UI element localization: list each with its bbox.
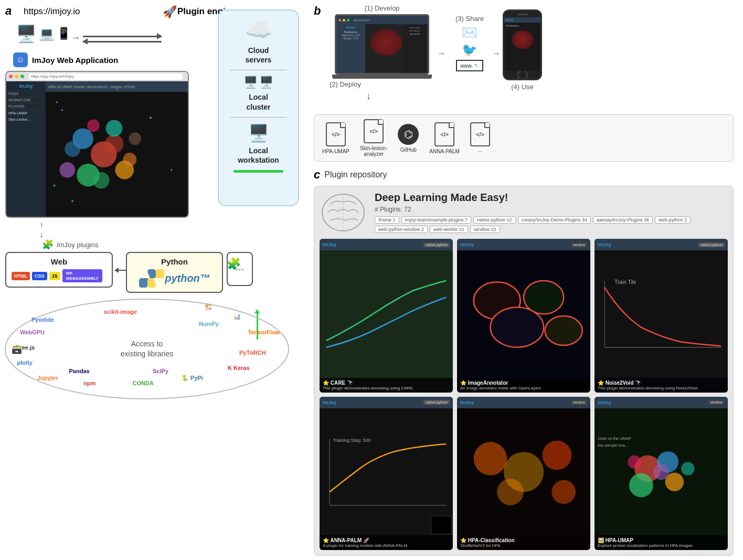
svg-point-7	[123, 153, 136, 166]
js-badge: JS	[49, 272, 60, 280]
step-use: ImJoy Predictions: (4) Use	[503, 9, 542, 91]
card-ann-logo: ImJoy	[460, 242, 474, 247]
brain-graphic	[320, 192, 367, 234]
puzzle-icon: 🧩	[42, 239, 54, 250]
card-annotator: ImJoy window ⭐ ImageAnnotator	[457, 239, 590, 393]
svg-point-42	[628, 455, 641, 468]
svg-point-5	[93, 172, 110, 189]
share-icons: ✉️ 🐦 www. ↖	[456, 25, 483, 71]
rocket-icon: 🚀	[163, 5, 177, 19]
wa-badge: WAWEBASSEMBLY	[62, 269, 102, 282]
card-n2v: ImJoy native-python Train Tile ⭐ N	[595, 239, 728, 393]
phone-bottom	[504, 71, 540, 79]
lib-npm: npm	[83, 380, 95, 386]
svg-point-31	[474, 442, 507, 476]
tablet-icon: 📱	[57, 27, 71, 40]
python-tech-box: Python python™	[126, 252, 223, 293]
card-ann-footer: ⭐ ImageAnnotator An image annotator made…	[457, 378, 590, 393]
phone-bar: ImJoy	[504, 17, 540, 23]
browser-url-bar[interactable]: https://app.imjoy.io/#/imjoy	[29, 73, 183, 80]
lib-jupyter: Jupyter	[37, 375, 58, 381]
step2-label: (2) Deploy	[330, 80, 361, 88]
browser-sidebar: ImJoy FILES WORKFLOW PLUGINS HPA-UMAP Sk…	[6, 81, 46, 217]
anna-icon: </>	[434, 122, 454, 146]
laptop-mockup: app.imjoy.io ImJoy Predictions: Melanoma…	[330, 14, 434, 82]
svg-point-35	[551, 480, 576, 504]
tag-native: native-python 12	[473, 216, 516, 224]
tag-aaesay: aaesay/ImJoy-Plugins 36	[593, 216, 653, 224]
laptop-icon-small: 💻	[39, 26, 55, 41]
card-hpau-footer: 🖼️ HPA-UMAP Explore protein localization…	[595, 535, 728, 550]
max-dot	[20, 75, 24, 78]
lib-pyodide: Pyodide	[31, 316, 54, 323]
min-dot	[15, 75, 18, 78]
care-desc: This plugin demonstrates denoising using…	[323, 386, 450, 390]
svg-text:the sample ima...: the sample ima...	[598, 442, 628, 447]
more-corner	[484, 123, 490, 128]
card-hpac-logo: ImJoy	[460, 400, 474, 405]
l-dot2	[343, 19, 345, 22]
phone-mockup: ImJoy Predictions:	[503, 9, 542, 80]
anna-corner	[449, 123, 454, 128]
n2v-name: ⭐ Noise2Void 🔭	[598, 380, 725, 386]
card-hpa-class: ImJoy window ⭐ HPA	[457, 397, 590, 551]
cloud-server-box: ☁️ Cloudservers 🖥️ 🖥️ Localcluster 🖥️ Lo…	[218, 9, 299, 206]
server-icon-1: 🖥️	[243, 76, 258, 89]
laptop-content: ImJoy Predictions: Melanoma: 0.92Benign:…	[336, 24, 428, 73]
umap-title: HPA-16 UMAP (model: densenet121, images:…	[48, 85, 135, 89]
lib-keras: K Keras	[228, 365, 250, 371]
svg-point-41	[681, 462, 694, 475]
tag-creasey: creasy/ImJoy-Demo-Plugins 34	[518, 216, 591, 224]
tag-container: iframe 1 imjoy-team/example-plugins 7 na…	[375, 216, 728, 233]
main-top-bar: HPA-16 UMAP (model: densenet121, images:…	[46, 81, 188, 92]
plugin-repo-label: Plugin repository	[324, 170, 387, 179]
lib-numpy: NumPy	[199, 321, 219, 327]
local-workstation-label: Localworkstation	[238, 146, 279, 165]
card-care-bar: ImJoy native-python	[320, 239, 453, 250]
lib-skimage: scikit-image	[104, 309, 137, 315]
puzzle-icons: 🧩	[227, 257, 241, 271]
svg-point-19	[322, 194, 364, 231]
python-title: Python	[132, 257, 217, 266]
tag-webpyw: web-python-window 2	[375, 226, 428, 233]
twitter-share-icon: 🐦	[462, 43, 477, 57]
svg-point-15	[150, 117, 152, 119]
card-care: ImJoy native-python ⭐ CARE 🔭 This plugin…	[320, 239, 453, 393]
imjoy-logo: ☺	[13, 52, 28, 67]
svg-point-38	[629, 473, 653, 497]
card-hpac-bar: ImJoy window	[457, 397, 590, 408]
plugin-grid: ImJoy native-python ⭐ CARE 🔭 This plugin…	[320, 239, 728, 550]
svg-point-1	[105, 134, 124, 153]
phone-predictions: Predictions:	[504, 23, 540, 29]
svg-text:Click on the UMAP: Click on the UMAP	[598, 436, 631, 441]
more-plugin-icon: </>	[470, 122, 490, 146]
svg-text:Train Tile: Train Tile	[614, 279, 636, 285]
anna-desc: A plugin for training models with ANNA-P…	[323, 543, 450, 548]
code-line3: api.show()	[404, 33, 426, 36]
web-tech-box: Web HTML CSS JS WAWEBASSEMBLY	[5, 252, 113, 288]
repo-title: Deep Learning Made Easy!	[375, 192, 728, 204]
l-url: app.imjoy.io	[353, 18, 370, 22]
cursor-icon: ↖	[474, 62, 479, 69]
card-hpau-content: Click on the UMAP the sample ima...	[595, 408, 728, 536]
browser-main: HPA-16 UMAP (model: densenet121, images:…	[46, 81, 188, 217]
sidebar-workflow: WORKFLOW	[8, 97, 44, 103]
sidebar-hpa: HPA-UMAP	[8, 110, 44, 117]
phone-top	[504, 11, 540, 17]
card-n2v-bar: ImJoy native-python	[595, 239, 728, 250]
ann-name: ⭐ ImageAnnotator	[460, 380, 587, 386]
tag-iframe: iframe 1	[375, 216, 399, 224]
phone-lesion	[512, 30, 533, 49]
lib-pypi: 🐍 PyPi	[182, 375, 203, 382]
step-share: (3) Share ✉️ 🐦 www. ↖	[455, 15, 484, 71]
card-anna: ImJoy native-python Training Step: 500	[320, 397, 453, 551]
lib-plotly: plotly	[17, 360, 33, 366]
puzzle-icon-1: 🧩	[227, 257, 241, 270]
hpac-svg	[457, 408, 590, 536]
tag-example: imjoy-team/example-plugins 7	[401, 216, 472, 224]
svg-point-33	[543, 440, 572, 470]
hpa-umap-icon: </>	[326, 122, 346, 146]
github-name: GitHub	[400, 147, 417, 153]
workstation-icon: 🖥️	[248, 123, 269, 143]
ann-badge: window	[571, 242, 587, 247]
